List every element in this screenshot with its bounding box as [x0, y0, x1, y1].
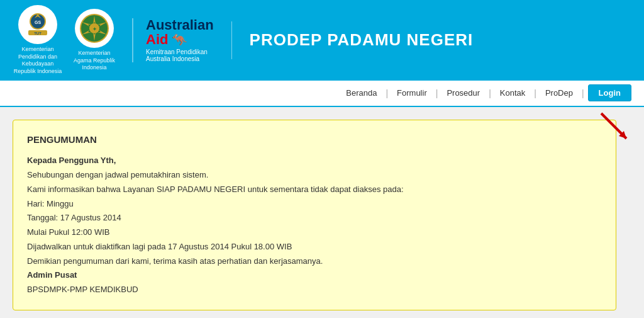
svg-text:TUT: TUT: [34, 31, 42, 35]
australian-aid-text2: Aid 🦘: [146, 32, 187, 47]
header: GS TUT Kementerian Pendidikan dan Kebuda…: [0, 0, 644, 81]
announce-line5: Tanggal: 17 Agustus 2014: [27, 211, 602, 225]
announcement-title: PENGUMUMAN: [27, 132, 602, 148]
svg-text:GS: GS: [35, 20, 41, 25]
announcement-content: Kepada Pengguna Yth, Sehubungan dengan j…: [27, 154, 602, 297]
announce-line4: Hari: Minggu: [27, 197, 602, 212]
announce-line6: Mulai Pukul 12:00 WIB: [27, 225, 602, 240]
logo1-block: GS TUT Kementerian Pendidikan dan Kebuda…: [13, 5, 63, 76]
announce-line2: Sehubungan dengan jadwal pemutakhiran si…: [27, 168, 602, 183]
announce-line10: BPSDMPK-PMP KEMDIKBUD: [27, 283, 602, 297]
header-separator: [231, 21, 232, 59]
main-content: PENGUMUMAN Kepada Pengguna Yth, Sehubung…: [0, 107, 644, 318]
logo1-text: Kementerian Pendidikan dan Kebudayaan Re…: [13, 46, 63, 76]
kemitraan-line2: Australia Indonesia: [146, 55, 199, 62]
red-arrow-icon: [595, 107, 633, 145]
announce-line8: Demikian pengumuman dari kami, terima ka…: [27, 254, 602, 269]
announce-line1: Kepada Pengguna Yth,: [27, 156, 116, 165]
australian-word: Australian: [146, 18, 214, 32]
header-logos: GS TUT Kementerian Pendidikan dan Kebuda…: [13, 5, 119, 76]
logo1-circle: GS TUT: [18, 5, 57, 44]
header-divider1: [132, 18, 133, 62]
announce-line7: Dijadwalkan untuk diaktifkan lagi pada 1…: [27, 240, 602, 254]
svg-text:✦: ✦: [92, 26, 97, 32]
nav-bar: Beranda | Formulir | Prosedur | Kontak |…: [0, 81, 644, 107]
announcement-box: PENGUMUMAN Kepada Pengguna Yth, Sehubung…: [13, 120, 616, 310]
login-button[interactable]: Login: [588, 84, 631, 101]
australian-aid-block: Australian Aid 🦘 Kemitraan Pendidikan Au…: [146, 18, 214, 62]
logo2-block: ✦ Kementerian Agama Republik Indonesia: [69, 9, 119, 72]
australian-aid-text: Australian: [146, 18, 214, 32]
announce-line3: Kami informasikan bahwa Layanan SIAP PAD…: [27, 183, 602, 197]
kemitraan-line1: Kemitraan Pendidikan: [146, 48, 208, 55]
announce-line9: Admin Pusat: [27, 270, 77, 280]
nav-sep5: |: [582, 88, 584, 98]
nav-prodep[interactable]: ProDep: [536, 88, 582, 98]
logo2-text: Kementerian Agama Republik Indonesia: [69, 50, 119, 72]
prodep-title: PRODEP PADAMU NEGERI: [250, 30, 474, 50]
kangaroo-icon: 🦘: [172, 32, 187, 47]
nav-beranda[interactable]: Beranda: [337, 88, 386, 98]
nav-formulir[interactable]: Formulir: [388, 88, 436, 98]
aid-word: Aid: [146, 33, 168, 47]
nav-kontak[interactable]: Kontak: [491, 88, 534, 98]
logo2-circle: ✦: [75, 9, 114, 48]
nav-prosedur[interactable]: Prosedur: [438, 88, 489, 98]
